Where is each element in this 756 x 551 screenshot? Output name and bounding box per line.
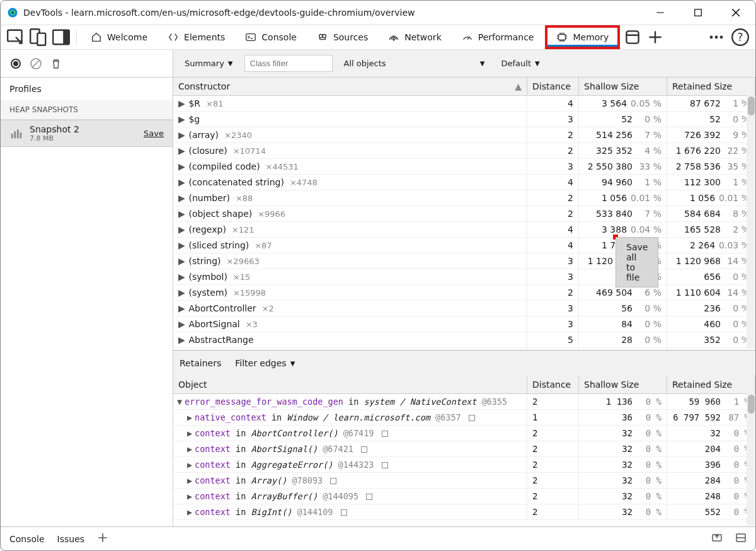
heap-snapshots-header: HEAP SNAPSHOTS: [1, 100, 173, 120]
retainer-row[interactable]: ▶context in ArrayBuffer() @144095 2320 %…: [173, 489, 755, 504]
svg-rect-31: [11, 134, 13, 138]
table-row[interactable]: ▶ (array) ×23402514 2567 %726 3929 %: [173, 127, 755, 143]
svg-point-13: [319, 35, 322, 38]
inspect-icon[interactable]: [6, 27, 26, 47]
tab-sources[interactable]: Sources: [308, 25, 377, 49]
clear-icon[interactable]: [30, 57, 42, 70]
svg-rect-12: [246, 34, 255, 41]
table-row[interactable]: ▶ (number) ×8821 0560.01 %1 0560.01 %: [173, 190, 755, 206]
svg-rect-17: [559, 35, 566, 40]
svg-rect-34: [20, 132, 22, 138]
retainers-title: Retainers: [180, 358, 221, 368]
svg-line-30: [32, 60, 40, 67]
edge-logo-icon: [7, 7, 18, 18]
table-row[interactable]: ▶ $R ×8143 5640.05 %87 6721 %: [173, 96, 755, 112]
profiles-sidebar: Profiles HEAP SNAPSHOTS Snapshot 2 7.8 M…: [1, 78, 173, 526]
table-row[interactable]: ▶ (closure) ×107142325 3524 %1 676 22022…: [173, 143, 755, 159]
svg-rect-32: [14, 131, 16, 138]
svg-point-23: [715, 36, 718, 39]
window-title: DevTools - learn.microsoft.com/en-us/mic…: [23, 8, 647, 18]
retainer-row[interactable]: ▶context in AbortController() @67419 232…: [173, 426, 755, 441]
table-row[interactable]: ▶ (symbol) ×1532400 %6560 %: [173, 269, 755, 285]
table-row[interactable]: ▶ (sliced string) ×8741 7400.02 %2 2640.…: [173, 238, 755, 253]
table-row[interactable]: ▶ (system) ×159982469 5046 %1 110 60414 …: [173, 285, 755, 301]
default-dropdown[interactable]: Default▼: [496, 56, 545, 71]
table-row[interactable]: ▶ (string) ×2966331 120 92814 %1 120 968…: [173, 253, 755, 269]
help-icon[interactable]: ?: [730, 27, 750, 47]
svg-point-22: [710, 36, 713, 39]
tab-welcome[interactable]: Welcome: [82, 25, 156, 49]
context-menu-save-all[interactable]: Save all to file: [616, 237, 658, 287]
tab-network[interactable]: Network: [379, 25, 450, 49]
table-row[interactable]: ▶ (object shape) ×99662533 8407 %584 684…: [173, 206, 755, 222]
delete-icon[interactable]: [50, 57, 62, 70]
tab-console[interactable]: Console: [236, 25, 306, 49]
svg-text:?: ?: [737, 31, 743, 44]
close-button[interactable]: [723, 3, 749, 22]
drawer-tab-issues[interactable]: Issues: [57, 534, 85, 544]
drawer-add-icon[interactable]: [97, 532, 108, 545]
table-row[interactable]: ▶ (compiled code) ×4453132 550 38033 %2 …: [173, 159, 755, 175]
ret-col-object[interactable]: Object: [173, 376, 527, 394]
device-toggle-icon[interactable]: [28, 27, 49, 47]
table-row[interactable]: ▶ (concatenated string) ×4748494 9601 %1…: [173, 175, 755, 190]
col-constructor[interactable]: Constructor▲: [173, 78, 527, 96]
snapshot-name: Snapshot 2: [30, 124, 137, 134]
retainer-row[interactable]: ▶context in BigInt() @144109 2320 %5520 …: [173, 504, 755, 520]
svg-rect-11: [63, 30, 69, 44]
table-row[interactable]: ▶ AbortSignal ×33840 %4600 %: [173, 316, 755, 332]
summary-dropdown[interactable]: Summary▼: [180, 56, 238, 71]
retainers-scrollbar-thumb[interactable]: [748, 395, 755, 414]
retainer-row[interactable]: ▶context in AggregateError() @144323 232…: [173, 457, 755, 473]
retainer-row[interactable]: ▶context in Array() @78093 2320 %2840 %: [173, 473, 755, 489]
retainer-row[interactable]: ▶native_context in Window / learn.micros…: [173, 410, 755, 426]
all-objects-dropdown[interactable]: All objects▼: [339, 56, 490, 71]
svg-rect-7: [8, 30, 21, 42]
tab-overflow-icon[interactable]: [622, 27, 643, 47]
drawer: Console Issues: [1, 526, 755, 550]
snapshot-size: 7.8 MB: [30, 134, 137, 142]
col-retained[interactable]: Retained Size: [667, 78, 755, 96]
class-filter-input[interactable]: [244, 55, 333, 72]
ret-col-distance[interactable]: Distance: [527, 376, 579, 394]
main-tabstrip: Welcome Elements Console Sources Network…: [1, 25, 755, 50]
filter-edges-dropdown[interactable]: Filter edges▼: [230, 356, 300, 371]
svg-point-15: [393, 39, 395, 41]
drawer-tab-console[interactable]: Console: [9, 534, 45, 544]
dock-side-icon[interactable]: [51, 27, 71, 47]
col-shallow[interactable]: Shallow Size: [579, 78, 667, 96]
tab-elements[interactable]: Elements: [159, 25, 234, 49]
svg-point-14: [323, 35, 326, 38]
retainer-row[interactable]: ▼error_message_for_wasm_code_gen in syst…: [173, 394, 755, 410]
table-row[interactable]: ▶ (regexp) ×12143 3880.04 %165 5282 %: [173, 222, 755, 238]
scrollbar-thumb[interactable]: [748, 96, 755, 115]
drawer-dock-icon[interactable]: [711, 532, 723, 545]
memory-toolbar: Summary▼ All objects▼ Default▼: [1, 50, 755, 78]
ret-col-retained[interactable]: Retained Size: [667, 376, 755, 394]
retainer-row[interactable]: ▶context in AbortSignal() @67421 2320 %2…: [173, 441, 755, 457]
snapshot-save-link[interactable]: Save: [144, 129, 164, 138]
ret-col-shallow[interactable]: Shallow Size: [579, 376, 667, 394]
snapshot-item[interactable]: Snapshot 2 7.8 MB Save: [1, 120, 173, 147]
table-row[interactable]: ▶ AbortController ×23560 %2360 %: [173, 301, 755, 316]
minimize-button[interactable]: [647, 3, 673, 22]
record-icon[interactable]: [9, 57, 22, 70]
table-row[interactable]: ▶ AI 8600 %4360 %: [173, 348, 755, 351]
col-distance[interactable]: Distance: [527, 78, 579, 96]
table-row[interactable]: ▶ AbstractRange 5280 %3520 %: [173, 332, 755, 348]
table-row[interactable]: ▶ $g 3520 %520 %: [173, 112, 755, 127]
svg-point-24: [720, 36, 723, 39]
maximize-button[interactable]: [685, 3, 711, 22]
tab-performance[interactable]: Performance: [453, 25, 543, 49]
scrollbar[interactable]: [747, 95, 755, 349]
heap-table[interactable]: Constructor▲ Distance Shallow Size Retai…: [173, 78, 755, 350]
svg-rect-33: [17, 129, 19, 138]
svg-rect-9: [37, 33, 45, 45]
svg-rect-4: [695, 9, 702, 16]
more-icon[interactable]: [706, 27, 726, 47]
new-tab-icon[interactable]: [645, 27, 665, 47]
svg-point-28: [13, 61, 18, 66]
tab-memory[interactable]: Memory: [545, 25, 620, 49]
drawer-expand-icon[interactable]: [735, 532, 747, 545]
snapshot-icon: [9, 127, 23, 141]
